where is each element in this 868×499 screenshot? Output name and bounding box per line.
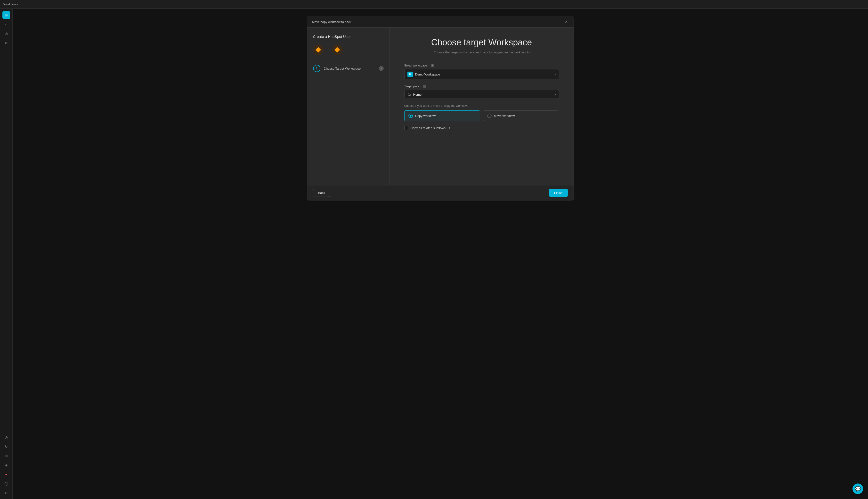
target-pack-label: Target pack * i — [404, 85, 559, 88]
sidebar-icon-8[interactable]: ◈ — [2, 461, 10, 469]
choice-label: Choose if you want to move or copy the w… — [404, 104, 559, 108]
panel-title: Choose target Workspace — [404, 37, 559, 48]
app-title: Workflows — [3, 2, 18, 6]
workflow-icons: 🔶 → 🔶 — [313, 45, 384, 55]
pack-info-icon[interactable]: i — [423, 85, 426, 88]
folder-icon: 🗂 — [407, 93, 411, 96]
hubspot-icon-2: 🔶 — [334, 47, 340, 53]
modal: Move/copy workflow to pack × Create a Hu… — [307, 16, 574, 200]
workflow-action-radio-group: Copy workflow Move workflow — [404, 110, 559, 121]
sidebar-icon-2[interactable]: ○ — [2, 20, 10, 28]
step-label-1: Choose Target Workspace — [324, 67, 375, 70]
sidebar-icon-3[interactable]: ◎ — [2, 29, 10, 37]
move-radio-circle — [487, 113, 492, 118]
step-number-1: 1 — [313, 65, 320, 72]
workflow-title: Create a HubSpot User — [313, 35, 384, 39]
copy-subflows-checkbox[interactable] — [404, 126, 408, 130]
top-bar: Workflows — [0, 0, 868, 9]
workspace-select[interactable]: D Demo Workspace ▾ — [404, 69, 559, 80]
pack-value: Home — [413, 93, 422, 96]
sidebar-icon-10[interactable]: ◯ — [2, 479, 10, 487]
pack-select-left: 🗂 Home — [407, 93, 422, 96]
pack-chevron-icon: ▾ — [554, 93, 556, 96]
copy-radio-dot — [410, 115, 412, 117]
sidebar-icon-11[interactable]: ⊙ — [2, 489, 10, 497]
move-workflow-option[interactable]: Move workflow — [483, 110, 559, 121]
copy-radio-circle — [408, 113, 413, 118]
content-panel: Choose target Workspace Choose the targe… — [390, 28, 574, 185]
left-sidebar: ⊞ ○ ◎ ⊕ ◷ ↻ ⊞ ◈ ● ◯ ⊙ — [0, 9, 13, 499]
copy-workflow-option[interactable]: Copy workflow — [404, 110, 480, 121]
step-item-1: 1 Choose Target Workspace ✓ — [313, 65, 384, 72]
back-button[interactable]: Back — [313, 189, 330, 197]
pack-required-star: * — [421, 85, 422, 88]
sidebar-icon-7[interactable]: ⊞ — [2, 452, 10, 460]
copy-subflows-row: Copy all related subflows — [404, 126, 559, 130]
page-content: Move/copy workflow to pack × Create a Hu… — [13, 9, 868, 499]
sidebar-icon-6[interactable]: ↻ — [2, 443, 10, 450]
arrow-line — [450, 127, 462, 128]
arrow-annotation — [450, 127, 462, 128]
sidebar-icon-4[interactable]: ⊕ — [2, 39, 10, 47]
workspace-info-icon[interactable]: i — [431, 64, 434, 67]
step-check-1: ✓ — [379, 66, 384, 71]
copy-workflow-label: Copy workflow — [415, 114, 436, 118]
move-workflow-label: Move workflow — [494, 114, 515, 118]
pack-select[interactable]: 🗂 Home ▾ — [404, 90, 559, 99]
hubspot-icon-1: 🔶 — [315, 47, 321, 53]
chat-icon: 💬 — [855, 486, 861, 492]
workspace-chevron-icon: ▾ — [554, 73, 556, 76]
chat-support-button[interactable]: 💬 — [853, 484, 863, 494]
select-workspace-label: Select workspace * i — [404, 64, 559, 67]
workflow-icon-source: 🔶 — [313, 45, 324, 55]
modal-overlay: Move/copy workflow to pack × Create a Hu… — [13, 9, 868, 499]
modal-title: Move/copy workflow to pack — [312, 20, 352, 24]
sidebar-icon-9[interactable]: ● — [2, 470, 10, 478]
copy-subflows-label: Copy all related subflows — [411, 126, 446, 130]
select-workspace-section: Select workspace * i D Demo Workspace ▾ — [404, 64, 559, 80]
workflow-icon-target: 🔶 — [332, 45, 343, 55]
workspace-select-left: D Demo Workspace — [407, 72, 440, 77]
modal-footer: Back Finish — [307, 185, 574, 200]
workspace-value: Demo Workspace — [415, 73, 440, 76]
workspace-badge: D — [407, 72, 413, 77]
workflow-arrow-icon: → — [326, 48, 330, 52]
steps-panel: Create a HubSpot User 🔶 → 🔶 — [307, 28, 390, 185]
panel-subtitle: Choose the target workspace and pack to … — [404, 50, 559, 54]
sidebar-icon-5[interactable]: ◷ — [2, 434, 10, 441]
modal-body: Create a HubSpot User 🔶 → 🔶 — [307, 28, 574, 185]
main-layout: ⊞ ○ ◎ ⊕ ◷ ↻ ⊞ ◈ ● ◯ ⊙ Move/copy workflow… — [0, 9, 868, 499]
finish-button[interactable]: Finish — [549, 189, 568, 197]
target-pack-section: Target pack * i 🗂 Home ▾ — [404, 85, 559, 99]
sidebar-icon-home[interactable]: ⊞ — [2, 11, 10, 19]
modal-close-button[interactable]: × — [564, 20, 569, 24]
modal-header: Move/copy workflow to pack × — [307, 16, 574, 28]
workspace-required-star: * — [429, 64, 429, 67]
